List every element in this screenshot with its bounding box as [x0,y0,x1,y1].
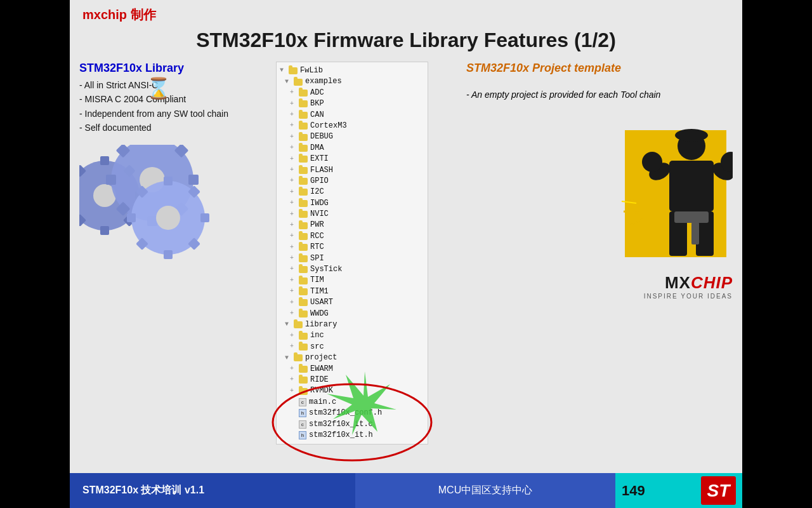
svg-rect-25 [200,213,209,222]
footer: STM32F10x 技术培训 v1.1 MCU中国区支持中心 149 ST [70,473,742,508]
tree-item-label: RTC [310,242,324,253]
project-template-desc: - An empty project is provided for each … [466,88,733,102]
tree-item-label: src [310,342,324,352]
tree-item-label: stm32f10x_it.h [309,430,373,441]
file-h-icon: h [299,431,306,439]
tree-item: h stm32f10x_it.h [280,430,424,441]
inspire-tagline: INSPIRE YOUR IDEAS [644,293,733,300]
header-area: mxchip 制作 STM32F10x Firmware Library Fea… [70,0,742,58]
svg-line-45 [624,211,639,213]
gears-svg [79,145,232,259]
tree-item: c main.c [280,397,424,408]
feature-1: - All in Strict ANSI-C [79,78,270,92]
svg-rect-43 [691,222,699,244]
svg-rect-24 [127,213,136,222]
tree-item: + inc [280,330,424,341]
svg-rect-42 [674,211,709,223]
tree-item: + RTC [280,242,424,253]
tree-item-label: TIM1 [310,286,329,297]
svg-rect-2 [100,156,109,165]
folder-icon [299,156,308,163]
feature-2: - MISRA C 2004 Compliant [79,92,270,106]
footer-center: MCU中国区支持中心 [355,473,615,508]
folder-icon [299,145,308,152]
black-left-border [0,0,70,508]
tree-item-label: BKP [310,98,324,109]
svg-rect-23 [164,250,173,259]
folder-icon [299,288,308,295]
tree-item: ▼ library [280,319,424,330]
tree-item-label: DEBUG [310,131,333,142]
tree-item-label: TIM [310,275,324,286]
folder-icon [299,344,308,351]
folder-icon [294,79,303,86]
tree-item-label: WWDG [310,309,329,319]
folder-icon [299,366,308,373]
svg-rect-3 [100,226,109,235]
folder-icon [299,222,308,229]
tree-item: + WWDG [280,309,424,319]
folder-icon [299,277,308,284]
logo-chip: CHIP [691,273,733,292]
folder-icon [299,311,308,318]
folder-icon [299,333,308,340]
tree-item: + CortexM3 [280,121,424,131]
tree-item-label: IWDG [310,198,329,209]
svg-rect-22 [164,177,173,185]
tree-item: + GPIO [280,176,424,187]
tree-item-label: GPIO [310,176,329,187]
folder-icon [299,90,308,97]
folder-icon [299,189,308,196]
tree-root-label: FwLib [300,65,323,76]
tree-item: + USART [280,297,424,308]
folder-icon [299,211,308,218]
tree-item-label: stm32f10x_conf.h [309,408,382,418]
mxchip-credit: mxchip 制作 [82,6,730,23]
left-panel: STM32F10x Library - All in Strict ANSI-C… [79,62,270,470]
tree-item-label: RVMDK [310,385,333,396]
folder-icon [299,123,308,130]
folder-icon [299,299,308,306]
folder-icon [299,200,308,207]
folder-icon [299,388,308,395]
tree-item: ▼ examples [280,76,424,87]
tree-item-label: RIDE [310,375,329,385]
footer-support-label: MCU中国区支持中心 [438,484,532,497]
tree-root: ▼ FwLib [280,65,424,76]
svg-point-21 [156,206,180,230]
tree-item: + EWARM [280,364,424,375]
tree-item-label: library [305,319,337,330]
folder-icon [299,178,308,185]
tree-item-label: ADC [310,88,324,98]
folder-icon [299,255,308,262]
st-logo-area: ST [701,476,736,505]
tree-item: + EXTI [280,154,424,164]
file-tree: ▼ FwLib ▼ examples + ADC + [276,62,428,444]
middle-panel: ▼ FwLib ▼ examples + ADC + [276,62,454,470]
tree-item-label: CortexM3 [310,121,347,131]
tree-item-label: SPI [310,253,324,264]
footer-right: 149 ST [615,473,742,508]
tree-item: + RCC [280,231,424,242]
svg-rect-35 [669,161,714,211]
illustration-area: MXCHIP INSPIRE YOUR IDEAS [466,124,733,300]
st-logo: ST [701,476,736,505]
tree-item-label: NVIC [310,209,329,220]
tree-item: + SysTick [280,264,424,275]
tree-item-label: PWR [310,220,324,231]
tree-item: + NVIC [280,209,424,220]
folder-icon [299,377,308,384]
footer-course-label: STM32F10x 技术培训 v1.1 [82,484,204,497]
tree-item-label: DMA [310,143,324,154]
feature-4: - Self documented [79,121,270,135]
tree-item: + TIM1 [280,286,424,297]
mxchip-logo: MXCHIP INSPIRE YOUR IDEAS [644,273,733,300]
tree-item-label: USART [310,297,333,308]
footer-left: STM32F10x 技术培训 v1.1 [70,473,355,508]
gear-image [79,145,232,259]
tree-item-label: project [305,352,337,363]
tree-item: + RVMDK [280,385,424,396]
folder-icon [299,167,308,174]
tree-item-can: + CAN [280,110,424,121]
tree-item-label: EWARM [310,364,333,375]
